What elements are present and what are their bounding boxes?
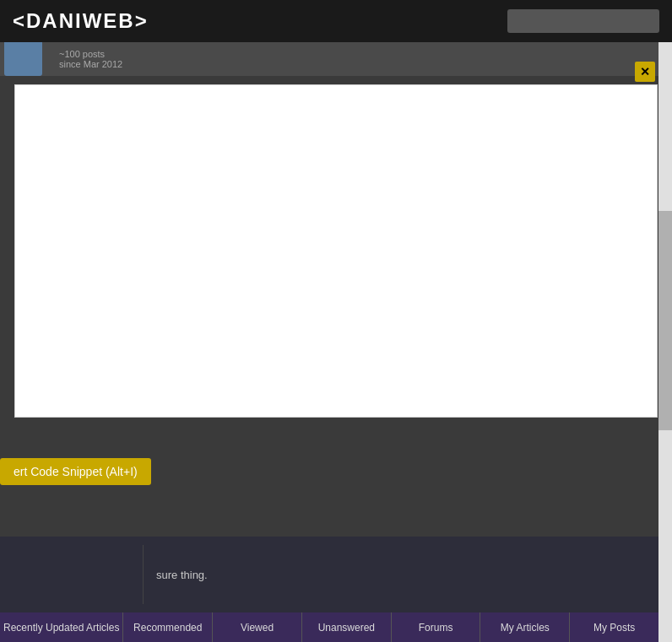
nav-label-recommended: Recommended bbox=[133, 622, 202, 634]
nav-item-unanswered[interactable]: Unanswered bbox=[302, 612, 392, 642]
logo-bracket-left: < bbox=[13, 9, 26, 32]
nav-label-my-articles: My Articles bbox=[501, 622, 550, 634]
avatar bbox=[4, 38, 42, 76]
close-button[interactable]: ✕ bbox=[635, 62, 655, 82]
page-wrapper: <DANIWEB> ~100 posts since Mar 2012 ✕ er… bbox=[0, 0, 672, 642]
code-snippet-tooltip[interactable]: ert Code Snippet (Alt+I) bbox=[0, 458, 151, 485]
scrollbar-thumb[interactable] bbox=[658, 211, 672, 430]
search-input[interactable] bbox=[507, 9, 659, 33]
user-info: ~100 posts since Mar 2012 bbox=[59, 49, 122, 69]
bottom-nav: Recently Updated Articles Recommended Vi… bbox=[0, 612, 658, 642]
nav-label-unanswered: Unanswered bbox=[318, 622, 375, 634]
nav-label-viewed: Viewed bbox=[241, 622, 274, 634]
nav-item-my-posts[interactable]: My Posts bbox=[570, 612, 658, 642]
nav-label-forums: Forums bbox=[419, 622, 453, 634]
nav-label-my-posts: My Posts bbox=[593, 622, 635, 634]
logo-text: DANIWEB bbox=[26, 9, 135, 32]
bottom-left-sidebar bbox=[8, 545, 144, 604]
nav-item-recommended[interactable]: Recommended bbox=[123, 612, 213, 642]
bottom-text: sure thing. bbox=[156, 569, 208, 581]
header: <DANIWEB> bbox=[0, 0, 672, 42]
nav-item-recently-updated[interactable]: Recently Updated Articles bbox=[0, 612, 123, 642]
nav-item-forums[interactable]: Forums bbox=[392, 612, 481, 642]
logo: <DANIWEB> bbox=[13, 9, 149, 33]
nav-item-my-articles[interactable]: My Articles bbox=[480, 612, 570, 642]
member-since: since Mar 2012 bbox=[59, 59, 122, 69]
logo-bracket-right: > bbox=[135, 9, 149, 32]
editor-area[interactable] bbox=[14, 84, 658, 418]
posts-count: ~100 posts bbox=[59, 49, 122, 59]
nav-item-viewed[interactable]: Viewed bbox=[213, 612, 302, 642]
bottom-right-area: sure thing. bbox=[144, 563, 664, 586]
nav-label-recently-updated: Recently Updated Articles bbox=[3, 622, 119, 634]
subheader: ~100 posts since Mar 2012 bbox=[0, 42, 672, 76]
bottom-content-area: sure thing. bbox=[0, 537, 672, 612]
scrollbar[interactable] bbox=[658, 0, 672, 642]
